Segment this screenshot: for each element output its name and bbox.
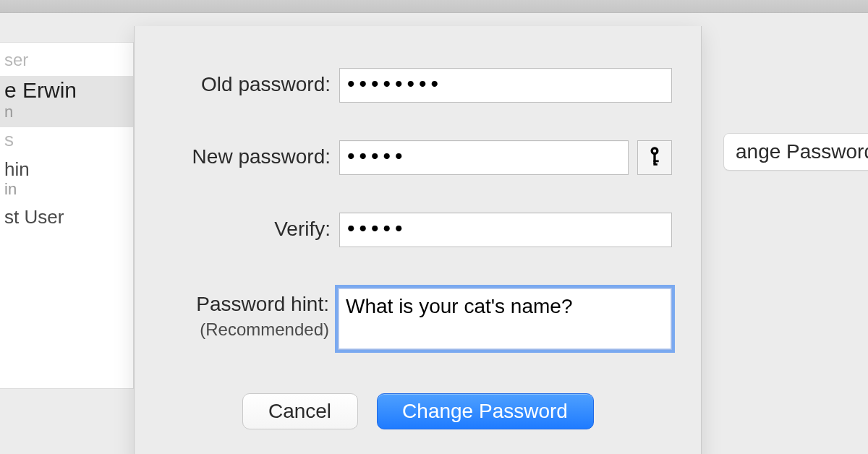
sidebar-group-label: ser xyxy=(0,43,133,76)
cancel-button[interactable]: Cancel xyxy=(242,393,358,429)
password-hint-label: Password hint: (Recommended) xyxy=(135,288,338,339)
new-password-label: New password: xyxy=(135,140,339,168)
window-toolbar xyxy=(0,0,868,13)
sidebar-item-user-2[interactable]: hin in xyxy=(0,157,133,205)
users-groups-window: ser e Erwin n s hin in st User ange Pass… xyxy=(0,13,868,454)
change-password-sheet: Old password: New password: xyxy=(134,26,702,454)
svg-rect-4 xyxy=(653,163,658,166)
password-hint-field[interactable]: What is your cat's name? xyxy=(338,288,672,350)
new-password-field[interactable] xyxy=(339,140,629,175)
sidebar-item-name: s xyxy=(4,129,14,150)
password-assistant-button[interactable] xyxy=(637,140,672,175)
sidebar-item-name: e Erwin xyxy=(4,78,77,102)
sidebar-item-name: hin xyxy=(4,158,30,180)
change-password-button-background[interactable]: ange Password xyxy=(723,133,868,171)
svg-rect-2 xyxy=(653,153,655,164)
sidebar-item-user-1[interactable]: s xyxy=(0,127,133,157)
key-icon xyxy=(647,145,663,170)
cancel-button-label: Cancel xyxy=(268,400,331,423)
sidebar-item-sub: in xyxy=(4,181,129,197)
verify-password-label: Verify: xyxy=(135,213,339,241)
sidebar-item-sub: n xyxy=(4,103,129,120)
password-hint-subnote: (Recommended) xyxy=(135,320,329,339)
sidebar-item-user-0[interactable]: e Erwin n xyxy=(0,76,133,127)
sidebar-item-name: st User xyxy=(4,206,64,228)
verify-password-field[interactable] xyxy=(339,213,672,247)
svg-rect-3 xyxy=(653,160,658,163)
change-password-button-label: Change Password xyxy=(402,400,568,423)
svg-point-1 xyxy=(653,149,656,152)
password-hint-label-text: Password hint: xyxy=(196,293,329,315)
change-password-button[interactable]: Change Password xyxy=(377,393,594,429)
sidebar-item-user-3[interactable]: st User xyxy=(0,205,133,234)
old-password-label: Old password: xyxy=(135,68,339,96)
change-password-button-label: ange Password xyxy=(736,140,868,163)
sheet-button-row: Cancel Change Password xyxy=(135,393,701,429)
old-password-field[interactable] xyxy=(339,68,672,103)
user-list-sidebar: ser e Erwin n s hin in st User xyxy=(0,42,134,389)
